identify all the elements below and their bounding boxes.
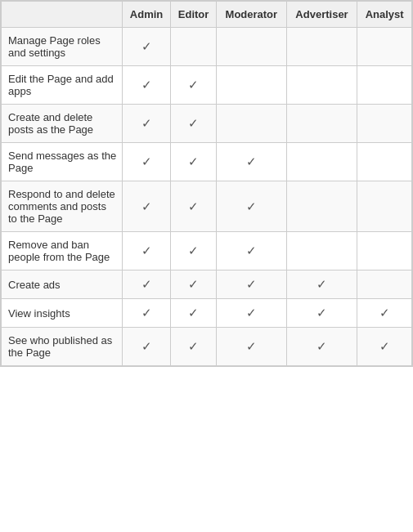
table-row: Manage Page roles and settings✓ xyxy=(2,28,412,66)
check-cell-r0-c3 xyxy=(286,28,357,66)
column-header-moderator: Moderator xyxy=(216,2,286,28)
row-label-2: Create and delete posts as the Page xyxy=(2,105,123,143)
row-label-7: View insights xyxy=(2,299,123,328)
check-cell-r1-c2 xyxy=(216,66,286,105)
checkmark-icon: ✓ xyxy=(141,39,152,53)
check-cell-r3-c0: ✓ xyxy=(123,143,171,181)
checkmark-icon: ✓ xyxy=(141,78,152,92)
check-cell-r0-c1 xyxy=(171,28,217,66)
checkmark-icon: ✓ xyxy=(188,244,199,257)
check-cell-r5-c2: ✓ xyxy=(216,232,286,270)
check-cell-r0-c2 xyxy=(216,28,286,66)
row-label-1: Edit the Page and add apps xyxy=(2,66,123,105)
checkmark-icon: ✓ xyxy=(188,78,199,92)
checkmark-icon: ✓ xyxy=(188,116,199,130)
row-label-8: See who published as the Page xyxy=(2,328,123,366)
check-cell-r6-c0: ✓ xyxy=(123,270,171,299)
checkmark-icon: ✓ xyxy=(246,306,257,320)
table-row: Edit the Page and add apps✓✓ xyxy=(2,66,412,105)
checkmark-icon: ✓ xyxy=(141,339,152,353)
row-label-0: Manage Page roles and settings xyxy=(2,28,123,66)
column-header-advertiser: Advertiser xyxy=(286,2,357,28)
check-cell-r2-c0: ✓ xyxy=(123,105,171,143)
check-cell-r8-c3: ✓ xyxy=(286,328,357,366)
check-cell-r5-c1: ✓ xyxy=(171,232,217,270)
check-cell-r2-c2 xyxy=(216,105,286,143)
check-cell-r4-c0: ✓ xyxy=(123,181,171,232)
check-cell-r2-c1: ✓ xyxy=(171,105,217,143)
table-row: Remove and ban people from the Page✓✓✓ xyxy=(2,232,412,270)
checkmark-icon: ✓ xyxy=(246,339,257,353)
checkmark-icon: ✓ xyxy=(246,199,257,213)
row-label-6: Create ads xyxy=(2,270,123,299)
checkmark-icon: ✓ xyxy=(379,339,390,353)
checkmark-icon: ✓ xyxy=(246,244,257,257)
checkmark-icon: ✓ xyxy=(141,199,152,213)
checkmark-icon: ✓ xyxy=(188,339,199,353)
checkmark-icon: ✓ xyxy=(188,199,199,213)
check-cell-r8-c4: ✓ xyxy=(357,328,412,366)
permissions-table: AdminEditorModeratorAdvertiserAnalyst Ma… xyxy=(1,1,412,366)
check-cell-r6-c2: ✓ xyxy=(216,270,286,299)
check-cell-r5-c4 xyxy=(357,232,412,270)
table-row: Create and delete posts as the Page✓✓ xyxy=(2,105,412,143)
column-header-label xyxy=(2,2,123,28)
table-row: Respond to and delete comments and posts… xyxy=(2,181,412,232)
checkmark-icon: ✓ xyxy=(246,154,257,168)
check-cell-r5-c3 xyxy=(286,232,357,270)
check-cell-r8-c1: ✓ xyxy=(171,328,217,366)
checkmark-icon: ✓ xyxy=(141,154,152,168)
check-cell-r6-c4 xyxy=(357,270,412,299)
check-cell-r1-c0: ✓ xyxy=(123,66,171,105)
check-cell-r0-c4 xyxy=(357,28,412,66)
permissions-table-container: AdminEditorModeratorAdvertiserAnalyst Ma… xyxy=(0,0,413,367)
check-cell-r3-c4 xyxy=(357,143,412,181)
check-cell-r5-c0: ✓ xyxy=(123,232,171,270)
check-cell-r7-c3: ✓ xyxy=(286,299,357,328)
check-cell-r7-c0: ✓ xyxy=(123,299,171,328)
check-cell-r2-c4 xyxy=(357,105,412,143)
checkmark-icon: ✓ xyxy=(188,306,199,320)
check-cell-r0-c0: ✓ xyxy=(123,28,171,66)
row-label-4: Respond to and delete comments and posts… xyxy=(2,181,123,232)
table-row: Send messages as the Page✓✓✓ xyxy=(2,143,412,181)
checkmark-icon: ✓ xyxy=(141,244,152,257)
check-cell-r3-c1: ✓ xyxy=(171,143,217,181)
check-cell-r4-c2: ✓ xyxy=(216,181,286,232)
row-label-3: Send messages as the Page xyxy=(2,143,123,181)
check-cell-r4-c4 xyxy=(357,181,412,232)
checkmark-icon: ✓ xyxy=(379,306,390,320)
table-row: See who published as the Page✓✓✓✓✓ xyxy=(2,328,412,366)
check-cell-r6-c3: ✓ xyxy=(286,270,357,299)
table-header-row: AdminEditorModeratorAdvertiserAnalyst xyxy=(2,2,412,28)
check-cell-r4-c1: ✓ xyxy=(171,181,217,232)
checkmark-icon: ✓ xyxy=(141,116,152,130)
check-cell-r7-c2: ✓ xyxy=(216,299,286,328)
check-cell-r1-c4 xyxy=(357,66,412,105)
row-label-5: Remove and ban people from the Page xyxy=(2,232,123,270)
check-cell-r4-c3 xyxy=(286,181,357,232)
check-cell-r8-c2: ✓ xyxy=(216,328,286,366)
check-cell-r3-c2: ✓ xyxy=(216,143,286,181)
check-cell-r7-c4: ✓ xyxy=(357,299,412,328)
column-header-admin: Admin xyxy=(123,2,171,28)
checkmark-icon: ✓ xyxy=(141,277,152,291)
checkmark-icon: ✓ xyxy=(188,154,199,168)
checkmark-icon: ✓ xyxy=(316,277,327,291)
check-cell-r6-c1: ✓ xyxy=(171,270,217,299)
column-header-analyst: Analyst xyxy=(357,2,412,28)
check-cell-r3-c3 xyxy=(286,143,357,181)
checkmark-icon: ✓ xyxy=(141,306,152,320)
check-cell-r8-c0: ✓ xyxy=(123,328,171,366)
table-row: View insights✓✓✓✓✓ xyxy=(2,299,412,328)
check-cell-r7-c1: ✓ xyxy=(171,299,217,328)
check-cell-r1-c3 xyxy=(286,66,357,105)
table-row: Create ads✓✓✓✓ xyxy=(2,270,412,299)
checkmark-icon: ✓ xyxy=(246,277,257,291)
check-cell-r1-c1: ✓ xyxy=(171,66,217,105)
checkmark-icon: ✓ xyxy=(316,339,327,353)
check-cell-r2-c3 xyxy=(286,105,357,143)
table-body: Manage Page roles and settings✓Edit the … xyxy=(2,28,412,366)
column-header-editor: Editor xyxy=(171,2,217,28)
checkmark-icon: ✓ xyxy=(316,306,327,320)
